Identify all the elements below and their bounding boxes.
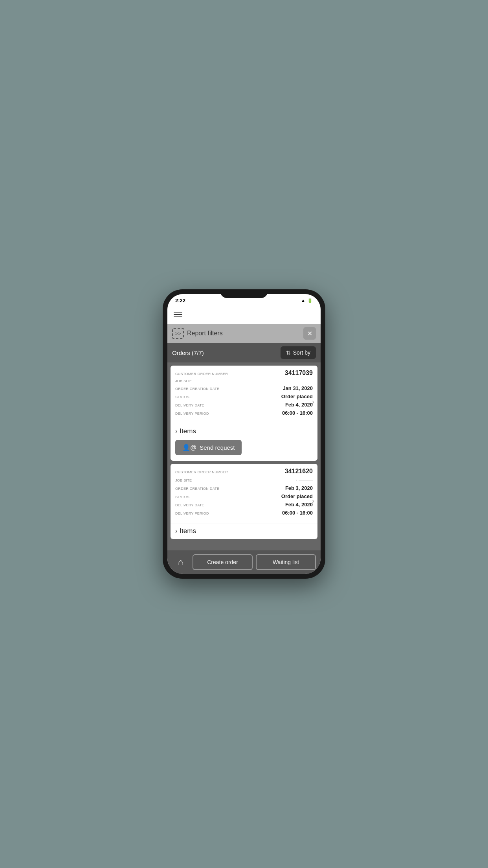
order-row-status-2: STATUS Order placed: [175, 493, 313, 499]
sort-button-label: Sort by: [293, 349, 310, 356]
order-creation-date-value-1: Jan 31, 2020: [283, 385, 313, 391]
order-row-creation-date-2: ORDER CREATION DATE Feb 3, 2020: [175, 485, 313, 491]
menu-button[interactable]: [174, 312, 182, 317]
items-label-2: Items: [180, 527, 196, 535]
items-label-1: Items: [180, 427, 196, 435]
status-label-1: STATUS: [175, 395, 281, 399]
status-value-2: Order placed: [281, 493, 313, 499]
items-row-2[interactable]: › Items: [171, 524, 317, 537]
close-icon: ✕: [307, 330, 312, 337]
sort-button[interactable]: ⇅ Sort by: [281, 346, 316, 359]
delivery-date-value-1: Feb 4, 2020: [285, 402, 313, 408]
items-expand-icon-2: ›: [175, 528, 177, 535]
job-site-value-2: · ———: [296, 477, 313, 483]
order-row-creation-date-1: ORDER CREATION DATE Jan 31, 2020: [175, 385, 313, 391]
bottom-nav: ⌂ Create order Waiting list: [167, 550, 321, 574]
filter-text: Report filters: [187, 330, 223, 337]
orders-header: Orders (7/7) ⇅ Sort by: [167, 343, 321, 362]
delivery-date-value-2: Feb 4, 2020: [285, 502, 313, 508]
status-icons: ▲🔋: [301, 298, 313, 303]
filter-close-button[interactable]: ✕: [303, 327, 316, 340]
filter-expand-icon[interactable]: >>: [172, 328, 184, 339]
job-site-label-1: JOB SITE: [175, 379, 313, 383]
order-row-jobsite-1: JOB SITE: [175, 379, 313, 383]
customer-order-number-label-1: CUSTOMER ORDER NUMBER: [175, 372, 285, 376]
delivery-date-label-2: DELIVERY DATE: [175, 503, 285, 507]
home-button[interactable]: ⌂: [172, 554, 189, 571]
order-creation-date-label-2: ORDER CREATION DATE: [175, 487, 285, 491]
status-time: 2:22: [175, 298, 185, 303]
app-header: [167, 305, 321, 324]
send-request-icon-1: 👤@: [182, 444, 196, 451]
waiting-list-button[interactable]: Waiting list: [256, 554, 316, 570]
order-detail-chevron-2: ›: [312, 497, 314, 505]
customer-order-number-value-1: 34117039: [285, 370, 313, 377]
orders-title: Orders (7/7): [172, 349, 277, 356]
delivery-period-value-2: 06:00 - 16:00: [282, 510, 313, 516]
order-creation-date-label-1: ORDER CREATION DATE: [175, 387, 283, 391]
send-request-label-1: Send request: [200, 444, 235, 451]
create-order-button[interactable]: Create order: [193, 554, 253, 570]
items-expand-icon-1: ›: [175, 428, 177, 435]
order-card-1[interactable]: CUSTOMER ORDER NUMBER 34117039 JOB SITE …: [171, 366, 317, 461]
job-site-label-2: JOB SITE: [175, 478, 296, 482]
order-creation-date-value-2: Feb 3, 2020: [285, 485, 313, 491]
status-value-1: Order placed: [281, 394, 313, 399]
order-row-jobsite-2: JOB SITE · ———: [175, 477, 313, 483]
status-label-2: STATUS: [175, 495, 281, 499]
customer-order-number-label-2: CUSTOMER ORDER NUMBER: [175, 470, 285, 474]
orders-list: CUSTOMER ORDER NUMBER 34117039 JOB SITE …: [167, 362, 321, 550]
order-row-customer-number-2: CUSTOMER ORDER NUMBER 34121620: [175, 468, 313, 475]
items-row-1[interactable]: › Items: [171, 424, 317, 438]
delivery-period-label-1: DELIVERY PERIOD: [175, 412, 282, 416]
order-row-status-1: STATUS Order placed: [175, 394, 313, 399]
order-row-delivery-period-1: DELIVERY PERIOD 06:00 - 16:00: [175, 410, 313, 416]
order-row-delivery-date-2: DELIVERY DATE Feb 4, 2020: [175, 502, 313, 508]
sort-icon: ⇅: [286, 349, 291, 356]
order-detail-chevron-1: ›: [312, 398, 314, 406]
delivery-period-value-1: 06:00 - 16:00: [282, 410, 313, 416]
customer-order-number-value-2: 34121620: [285, 468, 313, 475]
delivery-date-label-1: DELIVERY DATE: [175, 403, 285, 407]
filter-bar: >> Report filters ✕: [167, 324, 321, 343]
order-row-customer-number-1: CUSTOMER ORDER NUMBER 34117039: [175, 370, 313, 377]
order-card-2[interactable]: CUSTOMER ORDER NUMBER 34121620 JOB SITE …: [171, 464, 317, 539]
home-icon: ⌂: [178, 557, 184, 568]
order-row-delivery-date-1: DELIVERY DATE Feb 4, 2020: [175, 402, 313, 408]
delivery-period-label-2: DELIVERY PERIOD: [175, 511, 282, 515]
send-request-button-1[interactable]: 👤@ Send request: [175, 440, 242, 455]
order-row-delivery-period-2: DELIVERY PERIOD 06:00 - 16:00: [175, 510, 313, 516]
